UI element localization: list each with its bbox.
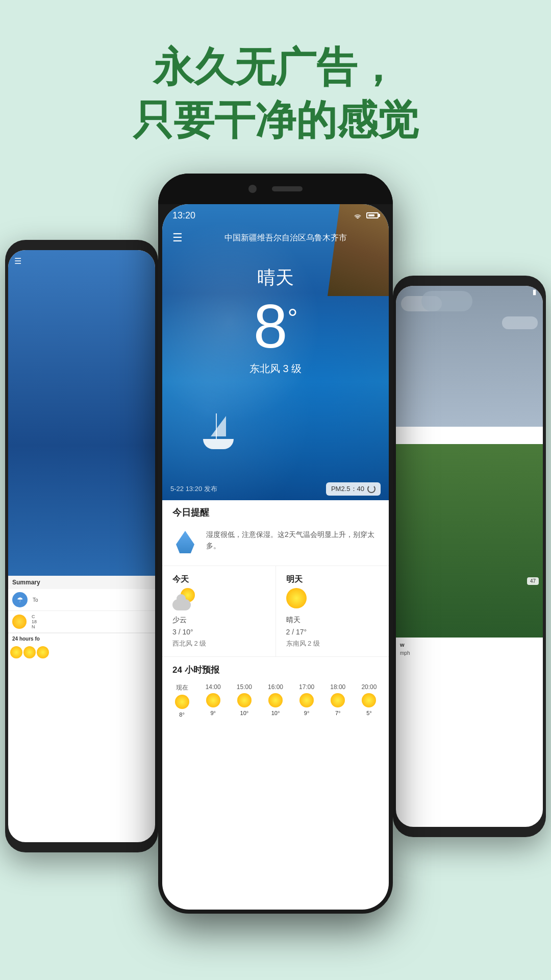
- hour-temp: 9°: [210, 710, 216, 716]
- tomorrow-weather: 晴天: [286, 616, 379, 625]
- forecast-row: 今天 少云 3 / 10° 西北风 2 级 明天: [162, 566, 389, 657]
- phones-container: ☰ Summary ☂ To: [0, 174, 551, 980]
- phone-screen: 13:20: [162, 204, 389, 910]
- hour-temp: 10°: [240, 710, 249, 716]
- hour-temp: 5°: [366, 710, 372, 716]
- hour-temp: 9°: [304, 710, 310, 716]
- forecast-hour-item: 现在 8°: [167, 681, 196, 720]
- header-line2: 只要干净的感觉: [0, 94, 551, 147]
- hour-label: 18:00: [330, 683, 345, 691]
- reminder-text: 湿度很低，注意保湿。这2天气温会明显上升，别穿太多。: [206, 527, 379, 552]
- hour-icon: [237, 693, 252, 707]
- weather-info-bar: 5-22 13:20 发布 PM2.5：40: [162, 478, 389, 500]
- forecast-hour-item: 16:00 10°: [261, 681, 290, 720]
- pm-badge[interactable]: PM2.5：40: [326, 482, 381, 496]
- left-sun-icon: [12, 615, 27, 629]
- city-name: 中国新疆维吾尔自治区乌鲁木齐市: [193, 233, 379, 243]
- weather-temperature: 8°: [162, 296, 389, 357]
- forecast-hour-item: 15:00 10°: [230, 681, 259, 720]
- left-phone: ☰ Summary ☂ To: [5, 240, 158, 852]
- wifi-icon: [353, 212, 362, 219]
- umbrella-icon: ☂: [12, 592, 28, 607]
- forecast-hour-item: 20:00 5°: [355, 681, 384, 720]
- phone-camera: [248, 185, 257, 193]
- hour-icon: [299, 693, 314, 707]
- hour-temp: 7°: [335, 710, 341, 716]
- left-summary-bar: Summary: [8, 576, 155, 589]
- today-weather: 少云: [172, 616, 265, 625]
- today-forecast: 今天 少云 3 / 10° 西北风 2 级: [162, 566, 276, 656]
- reminder-title: 今日提醒: [162, 500, 389, 519]
- center-phone: 13:20: [158, 174, 393, 914]
- hour-label: 17:00: [299, 683, 314, 691]
- right-pm-badge: 47: [527, 577, 539, 585]
- weather-condition: 晴天: [162, 265, 389, 290]
- forecast-hour-item: 14:00 9°: [198, 681, 228, 720]
- hour-icon: [206, 693, 220, 707]
- reminder-content: 湿度很低，注意保湿。这2天气温会明显上升，别穿太多。: [162, 519, 389, 566]
- forecast-24h-row: 现在 8° 14:00 9° 15:00 10° 16:00 10° 17:00…: [162, 681, 389, 725]
- app-header: ☰ 中国新疆维吾尔自治区乌鲁木齐市: [162, 227, 389, 249]
- header-line1: 永久无广告，: [0, 41, 551, 94]
- tomorrow-forecast: 明天 晴天 2 / 17° 东南风 2 级: [276, 566, 389, 656]
- app-background: 永久无广告， 只要干净的感觉 ☰ Summary: [0, 0, 551, 980]
- tomorrow-label: 明天: [286, 574, 379, 585]
- today-weather-icon: [172, 588, 195, 610]
- hour-label: 20:00: [361, 683, 377, 691]
- hour-temp: 8°: [179, 712, 185, 718]
- hour-label: 现在: [176, 683, 188, 692]
- today-wind: 西北风 2 级: [172, 639, 265, 648]
- left-today-label: To: [33, 597, 38, 603]
- tomorrow-temp: 2 / 17°: [286, 628, 379, 636]
- right-status-bar: ▊: [533, 290, 537, 295]
- today-label: 今天: [172, 574, 265, 585]
- forecast-24h-section: 24 小时预报 现在 8° 14:00 9° 15:00 10° 16:00 1…: [162, 657, 389, 725]
- tomorrow-weather-icon: [286, 588, 309, 610]
- menu-button[interactable]: ☰: [172, 231, 183, 244]
- status-bar: 13:20: [162, 204, 389, 227]
- today-reminder-section: 今日提醒 湿度很低，注意保湿。这2天气温会明显上升，别穿太多。: [162, 500, 389, 566]
- hour-icon: [175, 695, 189, 709]
- hour-label: 16:00: [268, 683, 283, 691]
- drop-icon: [172, 527, 198, 557]
- forecast-24h-header: 24 小时预报: [162, 657, 389, 681]
- hour-label: 15:00: [237, 683, 252, 691]
- forecast-hour-item: 17:00 9°: [292, 681, 321, 720]
- status-time: 13:20: [172, 210, 195, 221]
- battery-icon: [366, 212, 379, 218]
- pm-label: PM2.5：40: [331, 484, 364, 494]
- hour-icon: [268, 693, 283, 707]
- weather-main: 晴天 8° 东北风 3 级: [162, 265, 389, 376]
- phone-top-bar: [158, 174, 393, 204]
- left-menu-icon[interactable]: ☰: [14, 256, 21, 266]
- tomorrow-wind: 东南风 2 级: [286, 639, 379, 648]
- hour-icon: [331, 693, 345, 707]
- weather-background: 13:20: [162, 204, 389, 500]
- left-24h-label: 24 hours fo: [8, 633, 155, 644]
- status-icons: [353, 212, 379, 219]
- forecast-hour-item: 18:00 7°: [323, 681, 353, 720]
- weather-wind: 东北风 3 级: [162, 362, 389, 376]
- header-text: 永久无广告， 只要干净的感觉: [0, 0, 551, 147]
- today-temp: 3 / 10°: [172, 628, 265, 636]
- boat-decoration: [203, 439, 234, 449]
- right-phone: ▊ 47 w mph: [393, 276, 546, 837]
- publish-time: 5-22 13:20 发布: [170, 484, 217, 494]
- hour-label: 14:00: [206, 683, 221, 691]
- phone-speaker: [272, 186, 303, 191]
- refresh-icon[interactable]: [367, 485, 375, 493]
- hour-icon: [362, 693, 376, 707]
- hour-temp: 10°: [271, 710, 280, 716]
